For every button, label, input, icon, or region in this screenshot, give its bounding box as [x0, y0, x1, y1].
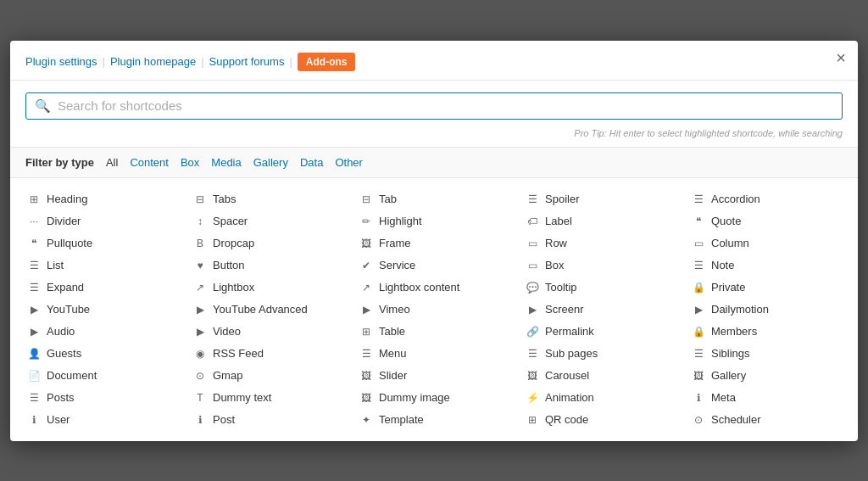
shortcode-item[interactable]: ▶YouTube Advanced [185, 299, 351, 321]
shortcode-label: Spacer [213, 215, 248, 227]
shortcode-item[interactable]: ⊞QR code [517, 409, 683, 431]
shortcode-item[interactable]: 🖼Dummy image [351, 387, 517, 409]
shortcode-item[interactable]: ▶Screenr [517, 299, 683, 321]
support-forums-link[interactable]: Support forums [209, 55, 285, 68]
shortcode-item[interactable]: ▶Vimeo [351, 299, 517, 321]
shortcode-item[interactable]: ✏Highlight [351, 210, 517, 232]
shortcode-item[interactable]: 🖼Carousel [517, 365, 683, 387]
filter-content[interactable]: Content [130, 156, 169, 169]
plugin-homepage-link[interactable]: Plugin homepage [110, 55, 196, 68]
shortcode-icon: 🖼 [359, 391, 373, 405]
shortcode-icon: ☰ [526, 347, 539, 361]
shortcode-label: Siblings [711, 347, 750, 360]
shortcode-item[interactable]: 🔗Permalink [517, 321, 683, 343]
filter-bar: Filter by type All Content Box Media Gal… [10, 147, 858, 178]
shortcode-label: Quote [711, 215, 741, 227]
filter-media[interactable]: Media [211, 156, 241, 169]
shortcode-item[interactable]: ▭Column [683, 232, 849, 254]
shortcode-icon: ▶ [193, 325, 207, 338]
shortcode-item[interactable]: ☰Spoiler [517, 188, 683, 210]
close-button[interactable]: × [836, 49, 846, 66]
shortcode-item[interactable]: ❝Quote [683, 210, 849, 232]
shortcode-label: Gallery [711, 369, 746, 382]
search-input[interactable] [58, 98, 833, 113]
shortcode-item[interactable]: 💬Tooltip [517, 277, 683, 299]
addons-button[interactable]: Add-ons [298, 53, 356, 71]
shortcode-item[interactable]: ◉RSS Feed [185, 343, 351, 365]
shortcode-item[interactable]: 🏷Label [517, 210, 683, 232]
shortcode-item[interactable]: ▶Video [185, 321, 351, 343]
shortcode-icon: ▶ [27, 325, 41, 338]
shortcode-label: Posts [47, 391, 75, 404]
shortcode-item[interactable]: BDropcap [185, 232, 351, 254]
shortcode-item[interactable]: ℹPost [185, 409, 351, 431]
shortcode-item[interactable]: ⊞Table [351, 321, 517, 343]
shortcode-item[interactable]: ☰Posts [19, 387, 185, 409]
shortcode-item[interactable]: ☰Siblings [683, 343, 849, 365]
plugin-settings-link[interactable]: Plugin settings [25, 55, 97, 68]
shortcode-item[interactable]: ☰List [19, 254, 185, 277]
shortcode-label: Audio [47, 325, 75, 338]
shortcode-item[interactable]: ⊙Scheduler [683, 409, 849, 431]
shortcode-icon: ⚡ [526, 391, 539, 405]
shortcode-item[interactable]: 👤Guests [19, 343, 185, 365]
shortcode-label: Screenr [545, 303, 584, 316]
shortcode-label: Sub pages [545, 347, 598, 360]
shortcode-item[interactable]: ✔Service [351, 254, 517, 277]
shortcode-icon: ▶ [193, 303, 207, 316]
shortcode-icon: ⊟ [193, 193, 207, 206]
shortcode-item[interactable]: 🔒Members [683, 321, 849, 343]
shortcode-label: Private [711, 281, 745, 294]
filter-data[interactable]: Data [300, 156, 323, 169]
shortcode-item[interactable]: ▶Audio [19, 321, 185, 343]
shortcode-icon: ⊞ [27, 193, 41, 206]
shortcode-label: Dropcap [213, 237, 254, 249]
shortcode-item[interactable]: ↕Spacer [185, 210, 351, 232]
shortcode-item[interactable]: ℹMeta [683, 387, 849, 409]
filter-other[interactable]: Other [335, 156, 363, 169]
shortcode-item[interactable]: ▶Dailymotion [683, 299, 849, 321]
shortcode-item[interactable]: ⚡Animation [517, 387, 683, 409]
shortcode-item[interactable]: 🖼Slider [351, 365, 517, 387]
shortcode-icon: 👤 [27, 347, 41, 361]
shortcode-item[interactable]: ℹUser [19, 409, 185, 431]
shortcode-item[interactable]: ☰Expand [19, 277, 185, 299]
shortcode-item[interactable]: ⊞Heading [19, 188, 185, 210]
shortcode-icon: ▶ [27, 303, 41, 316]
shortcode-item[interactable]: ❝Pullquote [19, 232, 185, 254]
shortcode-item[interactable]: ⊟Tabs [185, 188, 351, 210]
shortcode-item[interactable]: 📄Document [19, 365, 185, 387]
shortcode-icon: ▶ [526, 303, 539, 316]
filter-gallery[interactable]: Gallery [253, 156, 288, 169]
shortcode-item[interactable]: ☰Note [683, 254, 849, 277]
shortcode-item[interactable]: ▭Box [517, 254, 683, 277]
shortcode-label: Column [711, 237, 749, 249]
shortcode-icon: 📄 [27, 369, 41, 383]
shortcode-item[interactable]: ☰Menu [351, 343, 517, 365]
shortcode-item[interactable]: ☰Sub pages [517, 343, 683, 365]
shortcode-item[interactable]: ☰Accordion [683, 188, 849, 210]
shortcode-item[interactable]: ···Divider [19, 210, 185, 232]
shortcode-label: Tabs [213, 193, 236, 205]
shortcode-item[interactable]: 🖼Gallery [683, 365, 849, 387]
shortcode-item[interactable]: ✦Template [351, 409, 517, 431]
shortcode-label: Permalink [545, 325, 594, 338]
shortcode-item[interactable]: TDummy text [185, 387, 351, 409]
search-wrapper: 🔍 [25, 92, 843, 120]
shortcode-label: Tab [379, 193, 397, 205]
shortcode-label: Dummy image [379, 391, 450, 404]
shortcode-item[interactable]: ⊙Gmap [185, 365, 351, 387]
shortcode-item[interactable]: ♥Button [185, 254, 351, 277]
shortcode-icon: ✏ [359, 215, 373, 228]
shortcode-item[interactable]: 🖼Frame [351, 232, 517, 254]
shortcode-item[interactable]: ▭Row [517, 232, 683, 254]
shortcode-item[interactable]: ↗Lightbox content [351, 277, 517, 299]
separator-2: | [201, 55, 203, 68]
filter-box[interactable]: Box [181, 156, 199, 169]
shortcode-item[interactable]: ↗Lightbox [185, 277, 351, 299]
filter-all[interactable]: All [106, 156, 118, 169]
shortcode-item[interactable]: 🔒Private [683, 277, 849, 299]
shortcode-icon: ↕ [193, 215, 207, 228]
shortcode-item[interactable]: ▶YouTube [19, 299, 185, 321]
shortcode-item[interactable]: ⊟Tab [351, 188, 517, 210]
